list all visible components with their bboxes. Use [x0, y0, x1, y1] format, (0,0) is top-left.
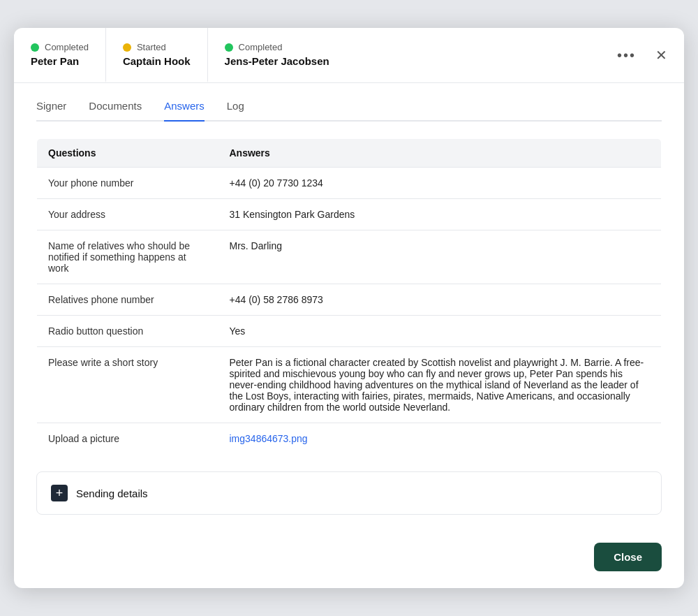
tab-status-captain-hook: Started [123, 42, 191, 52]
table-row: Upload a pictureimg34864673.png [37, 423, 662, 455]
answer-cell: +44 (0) 58 2786 8973 [218, 284, 662, 316]
more-options-button[interactable]: ••• [611, 45, 641, 66]
tab-status-label-jens-peter: Completed [239, 42, 283, 52]
answer-cell: Yes [218, 316, 662, 347]
footer: Close [14, 531, 684, 588]
dot-completed-jens-peter [225, 43, 233, 52]
dot-started-captain-hook [123, 43, 131, 52]
table-row: Your phone number+44 (0) 20 7730 1234 [37, 168, 662, 199]
tab-actions: ••• ✕ [600, 44, 684, 66]
tab-status-label-captain-hook: Started [137, 42, 166, 52]
table-row: Your address31 Kensington Park Gardens [37, 199, 662, 230]
sending-details-section[interactable]: + Sending details [36, 471, 662, 515]
tab-name-peter-pan: Peter Pan [31, 55, 89, 67]
modal: Completed Peter Pan Started Captain Hook… [14, 28, 684, 588]
tab-name-captain-hook: Captain Hook [123, 55, 191, 67]
tab-documents[interactable]: Documents [89, 100, 142, 122]
question-cell: Name of relatives who should be notified… [37, 230, 218, 284]
signer-tab-peter-pan[interactable]: Completed Peter Pan [14, 28, 106, 82]
question-cell: Upload a picture [37, 423, 218, 455]
tab-status-label-peter-pan: Completed [45, 42, 89, 52]
content-area: Signer Documents Answers Log Questions A… [14, 83, 684, 531]
question-cell: Relatives phone number [37, 284, 218, 316]
tab-name-jens-peter: Jens-Peter Jacobsen [225, 55, 329, 67]
question-cell: Your address [37, 199, 218, 230]
answer-cell: Mrs. Darling [218, 230, 662, 284]
table-row: Name of relatives who should be notified… [37, 230, 662, 284]
expand-icon: + [51, 485, 68, 501]
table-row: Relatives phone number+44 (0) 58 2786 89… [37, 284, 662, 316]
answer-cell: 31 Kensington Park Gardens [218, 199, 662, 230]
sending-details-label: Sending details [76, 487, 148, 499]
question-cell: Please write a short story [37, 347, 218, 423]
answer-cell[interactable]: img34864673.png [218, 423, 662, 455]
signer-tabs-row: Completed Peter Pan Started Captain Hook… [14, 28, 684, 83]
tab-signer[interactable]: Signer [36, 100, 66, 122]
close-button[interactable]: Close [594, 543, 662, 571]
qa-table: Questions Answers Your phone number+44 (… [36, 138, 662, 455]
col-questions-header: Questions [37, 139, 218, 168]
tab-answers[interactable]: Answers [164, 100, 205, 122]
signer-tab-jens-peter[interactable]: Completed Jens-Peter Jacobsen [208, 28, 346, 82]
col-answers-header: Answers [218, 139, 662, 168]
tab-log[interactable]: Log [227, 100, 244, 122]
tab-status-jens-peter: Completed [225, 42, 329, 52]
answer-cell: Peter Pan is a fictional character creat… [218, 347, 662, 423]
modal-close-button[interactable]: ✕ [650, 44, 673, 66]
question-cell: Radio button question [37, 316, 218, 347]
table-row: Please write a short storyPeter Pan is a… [37, 347, 662, 423]
question-cell: Your phone number [37, 168, 218, 199]
answer-link[interactable]: img34864673.png [230, 433, 308, 444]
nav-tabs: Signer Documents Answers Log [36, 100, 662, 122]
table-row: Radio button questionYes [37, 316, 662, 347]
dot-completed-peter-pan [31, 43, 39, 52]
tab-status-peter-pan: Completed [31, 42, 89, 52]
signer-tab-captain-hook[interactable]: Started Captain Hook [106, 28, 208, 82]
answer-cell: +44 (0) 20 7730 1234 [218, 168, 662, 199]
signer-tabs-list: Completed Peter Pan Started Captain Hook… [14, 28, 600, 82]
